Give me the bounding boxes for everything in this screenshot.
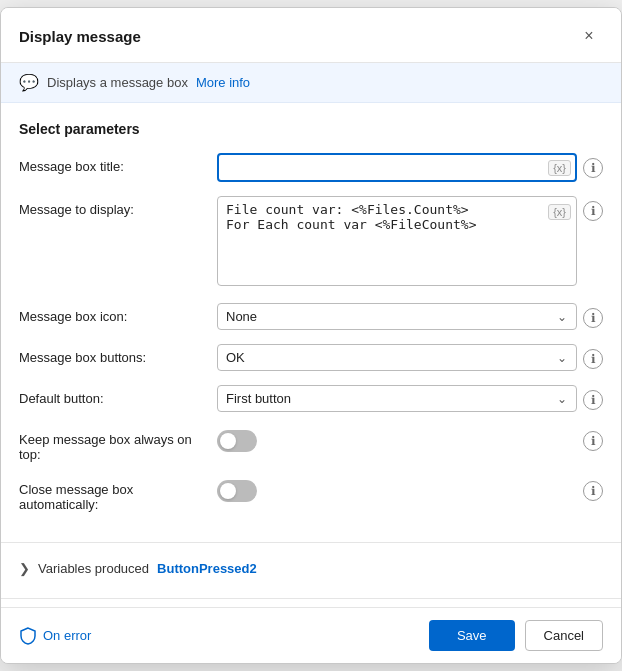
message-box-buttons-select-wrap: OK ⌄ — [217, 344, 577, 371]
message-to-display-control: File count var: <%Files.Count%> For Each… — [217, 196, 603, 289]
message-box-title-row: Message box title: Total Files iterated … — [19, 153, 603, 182]
message-to-display-var-badge[interactable]: {x} — [548, 204, 571, 220]
section-title: Select parameters — [19, 121, 603, 137]
info-symbol: ℹ — [591, 161, 596, 175]
params-section: Select parameters Message box title: Tot… — [1, 103, 621, 534]
title-bar: Display message × — [1, 8, 621, 63]
footer-divider — [1, 598, 621, 599]
default-button-select[interactable]: First button — [217, 385, 577, 412]
on-error-label: On error — [43, 628, 91, 643]
message-box-title-info-icon[interactable]: ℹ — [583, 158, 603, 178]
message-box-icon-select-wrap: None ⌄ — [217, 303, 577, 330]
cancel-button[interactable]: Cancel — [525, 620, 603, 651]
message-box-buttons-row: Message box buttons: OK ⌄ ℹ — [19, 344, 603, 371]
info-symbol-4: ℹ — [591, 352, 596, 366]
info-symbol-2: ℹ — [591, 204, 596, 218]
message-box-title-control: Total Files iterated {x} ℹ — [217, 153, 603, 182]
close-automatically-info-icon[interactable]: ℹ — [583, 481, 603, 501]
message-box-title-label: Message box title: — [19, 153, 209, 174]
message-box-icon-row: Message box icon: None ⌄ ℹ — [19, 303, 603, 330]
shield-icon — [19, 627, 37, 645]
close-button[interactable]: × — [575, 22, 603, 50]
save-button[interactable]: Save — [429, 620, 515, 651]
more-info-link[interactable]: More info — [196, 75, 250, 90]
message-to-display-textarea-wrap: File count var: <%Files.Count%> For Each… — [217, 196, 577, 289]
info-symbol-3: ℹ — [591, 311, 596, 325]
variables-label: Variables produced — [38, 561, 149, 576]
default-button-label: Default button: — [19, 385, 209, 406]
default-button-info-icon[interactable]: ℹ — [583, 390, 603, 410]
message-box-buttons-info-icon[interactable]: ℹ — [583, 349, 603, 369]
keep-on-top-toggle-wrap — [217, 426, 257, 452]
close-automatically-toggle[interactable] — [217, 480, 257, 502]
message-box-icon-label: Message box icon: — [19, 303, 209, 324]
close-automatically-toggle-wrap — [217, 476, 257, 502]
message-to-display-info-icon[interactable]: ℹ — [583, 201, 603, 221]
close-automatically-thumb — [220, 483, 236, 499]
message-box-title-var-badge[interactable]: {x} — [548, 160, 571, 176]
message-box-icon-control: None ⌄ ℹ — [217, 303, 603, 330]
display-message-dialog: Display message × 💬 Displays a message b… — [0, 7, 622, 664]
footer: On error Save Cancel — [1, 607, 621, 663]
message-box-buttons-label: Message box buttons: — [19, 344, 209, 365]
keep-on-top-thumb — [220, 433, 236, 449]
message-to-display-row: Message to display: File count var: <%Fi… — [19, 196, 603, 289]
default-button-select-wrap: First button ⌄ — [217, 385, 577, 412]
on-error-button[interactable]: On error — [19, 627, 91, 645]
close-automatically-row: Close message box automatically: ℹ — [19, 476, 603, 512]
message-to-display-label: Message to display: — [19, 196, 209, 217]
chat-icon: 💬 — [19, 73, 39, 92]
message-box-icon-select[interactable]: None — [217, 303, 577, 330]
variables-row: ❯ Variables produced ButtonPressed2 — [1, 551, 621, 590]
message-box-title-input-wrap: Total Files iterated {x} — [217, 153, 577, 182]
info-symbol-5: ℹ — [591, 393, 596, 407]
dialog-title: Display message — [19, 28, 141, 45]
keep-on-top-info-icon[interactable]: ℹ — [583, 431, 603, 451]
keep-on-top-toggle[interactable] — [217, 430, 257, 452]
footer-buttons: Save Cancel — [429, 620, 603, 651]
keep-on-top-track — [217, 430, 257, 452]
default-button-row: Default button: First button ⌄ ℹ — [19, 385, 603, 412]
message-box-buttons-select[interactable]: OK — [217, 344, 577, 371]
keep-on-top-control: ℹ — [217, 426, 603, 452]
close-automatically-track — [217, 480, 257, 502]
variables-chevron-icon[interactable]: ❯ — [19, 561, 30, 576]
variable-name[interactable]: ButtonPressed2 — [157, 561, 257, 576]
keep-on-top-label: Keep message box always on top: — [19, 426, 209, 462]
section-divider — [1, 542, 621, 543]
info-symbol-6: ℹ — [591, 434, 596, 448]
info-bar-text: Displays a message box — [47, 75, 188, 90]
message-box-title-input[interactable]: Total Files iterated — [217, 153, 577, 182]
keep-on-top-row: Keep message box always on top: ℹ — [19, 426, 603, 462]
info-symbol-7: ℹ — [591, 484, 596, 498]
default-button-control: First button ⌄ ℹ — [217, 385, 603, 412]
close-automatically-label: Close message box automatically: — [19, 476, 209, 512]
info-bar: 💬 Displays a message box More info — [1, 63, 621, 103]
close-automatically-control: ℹ — [217, 476, 603, 502]
message-box-buttons-control: OK ⌄ ℹ — [217, 344, 603, 371]
message-to-display-input[interactable]: File count var: <%Files.Count%> For Each… — [217, 196, 577, 286]
message-box-icon-info-icon[interactable]: ℹ — [583, 308, 603, 328]
